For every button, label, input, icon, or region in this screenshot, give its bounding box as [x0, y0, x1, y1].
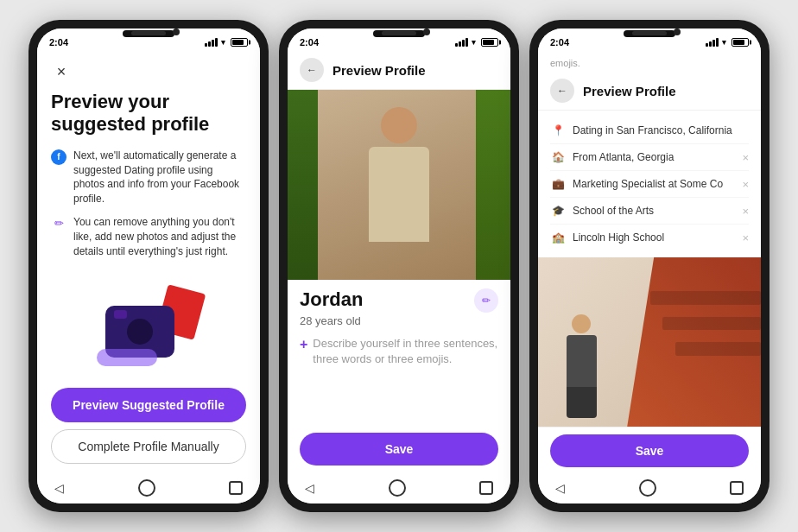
camera-lens — [127, 319, 153, 345]
signal-icon-3 — [706, 38, 719, 47]
phone-3-camera — [674, 28, 681, 35]
info-item-edit: ✏ You can remove anything you don't like… — [51, 215, 246, 258]
phone-1-buttons: Preview Suggested Profile Complete Profi… — [51, 388, 246, 464]
detail-text-work: Marketing Specialist at Some Co — [573, 178, 735, 190]
detail-item-school: 🎓 School of the Arts × — [550, 198, 749, 225]
detail-item-hometown: 🏠 From Atlanta, Georgia × — [550, 144, 749, 171]
location-icon: 📍 — [550, 123, 566, 138]
profile-photo-3 — [538, 257, 761, 427]
phone-3-header: ← Preview Profile — [538, 73, 761, 111]
detail-text-highschool: Lincoln High School — [573, 231, 735, 244]
signal-bar-2 — [459, 41, 461, 47]
signal-bar-3 — [212, 40, 214, 47]
remove-school-button[interactable]: × — [742, 205, 749, 218]
bio-placeholder-text: Describe yourself in three sentences, th… — [313, 336, 498, 367]
highschool-icon: 🏫 — [550, 230, 566, 245]
profile-name: Jordan — [300, 288, 363, 311]
signal-bar-3 — [712, 40, 715, 47]
back-nav-arrow[interactable]: ◁ — [54, 481, 64, 495]
phone-3-bottom: Save — [538, 427, 761, 474]
back-button-3[interactable]: ← — [550, 79, 574, 103]
phone-3-time: 2:04 — [550, 37, 569, 48]
recents-nav-square[interactable] — [229, 481, 243, 495]
pencil-icon: ✏ — [51, 216, 66, 231]
phone-2: 2:04 ▾ ← Preview Profile — [279, 20, 519, 512]
signal-bar-1 — [706, 43, 708, 47]
person-head — [381, 107, 417, 143]
preview-suggested-profile-button[interactable]: Preview Suggested Profile — [51, 388, 246, 422]
add-bio-icon[interactable]: + — [300, 337, 307, 352]
camera-illustration-area — [51, 267, 246, 388]
emojis-text: emojis. — [550, 58, 580, 68]
wifi-icon-2: ▾ — [472, 38, 476, 47]
phone-2-screen: 2:04 ▾ ← Preview Profile — [288, 28, 510, 504]
phone-2-speaker — [382, 31, 416, 35]
detail-text-location: Dating in San Francisco, California — [573, 124, 749, 136]
recents-nav-square-3[interactable] — [730, 481, 744, 495]
person-silhouette — [356, 107, 442, 280]
back-nav-arrow-3[interactable]: ◁ — [555, 481, 565, 495]
profile-photo-2 — [288, 90, 510, 280]
signal-bar-4 — [716, 38, 719, 47]
stair-2 — [662, 317, 761, 331]
phone-3-status-icons: ▾ — [706, 38, 749, 47]
phone-2-time: 2:04 — [300, 37, 319, 48]
work-icon: 💼 — [550, 176, 566, 192]
camera-illustration — [97, 288, 200, 366]
detail-text-hometown: From Atlanta, Georgia — [573, 151, 735, 163]
phone-3-speaker — [632, 31, 667, 35]
remove-highschool-button[interactable]: × — [742, 231, 749, 244]
edit-profile-button[interactable]: ✏ — [474, 288, 498, 313]
camera-flash — [114, 310, 127, 319]
facebook-icon: f — [51, 149, 66, 165]
info-text-facebook: Next, we'll automatically generate a sug… — [73, 149, 246, 206]
battery-icon-3 — [732, 38, 749, 47]
phone-1: 2:04 ▾ × Preview your sug — [28, 20, 269, 512]
phone-3: 2:04 ▾ emojis. — [529, 20, 770, 512]
remove-work-button[interactable]: × — [742, 178, 749, 191]
battery-icon — [231, 38, 248, 47]
phone-1-status-icons: ▾ — [205, 38, 248, 47]
detail-item-location: 📍 Dating in San Francisco, California — [550, 117, 749, 144]
profile-age: 28 years old — [300, 314, 498, 327]
complete-profile-manually-button[interactable]: Complete Profile Manually — [51, 429, 246, 464]
phones-container: 2:04 ▾ × Preview your sug — [20, 11, 778, 521]
stair-3 — [675, 342, 761, 356]
signal-bar-4 — [466, 38, 468, 47]
foliage-right — [476, 90, 510, 280]
phone-1-nav-bar: ◁ — [37, 474, 260, 504]
bio-placeholder: + Describe yourself in three sentences, … — [300, 336, 498, 422]
phone-3-header-title: Preview Profile — [583, 84, 676, 98]
emojis-partial: emojis. — [538, 53, 761, 73]
person2-silhouette — [555, 314, 607, 418]
page-title: Preview your suggested profile — [51, 91, 246, 136]
purple-squiggle — [97, 349, 157, 366]
home-nav-circle[interactable] — [138, 479, 155, 497]
recents-nav-square-2[interactable] — [479, 481, 493, 495]
back-button-2[interactable]: ← — [300, 58, 324, 82]
signal-bar-3 — [462, 40, 465, 47]
signal-bar-1 — [205, 43, 207, 47]
phone-1-camera — [173, 28, 180, 35]
phone-1-speaker — [131, 31, 166, 35]
home-nav-circle-3[interactable] — [639, 479, 656, 497]
detail-text-school: School of the Arts — [573, 205, 735, 217]
home-nav-circle-2[interactable] — [389, 479, 406, 497]
save-button-3[interactable]: Save — [550, 434, 749, 467]
signal-bar-2 — [709, 41, 712, 47]
info-item-facebook: f Next, we'll automatically generate a s… — [51, 149, 246, 206]
signal-icon — [205, 38, 218, 47]
school-icon: 🎓 — [550, 203, 566, 218]
save-button-2[interactable]: Save — [300, 433, 498, 466]
phone-1-content: × Preview your suggested profile f Next,… — [37, 53, 260, 474]
remove-hometown-button[interactable]: × — [742, 151, 749, 164]
back-nav-arrow-2[interactable]: ◁ — [305, 481, 314, 495]
phone-2-camera — [423, 28, 430, 35]
phone-1-screen: 2:04 ▾ × Preview your sug — [37, 28, 260, 504]
signal-icon-2 — [455, 38, 468, 47]
info-text-edit: You can remove anything you don't like, … — [73, 215, 246, 258]
battery-icon-2 — [481, 38, 498, 47]
person2-body — [567, 335, 597, 387]
phone-1-time: 2:04 — [49, 37, 68, 48]
close-button[interactable]: × — [51, 61, 72, 82]
